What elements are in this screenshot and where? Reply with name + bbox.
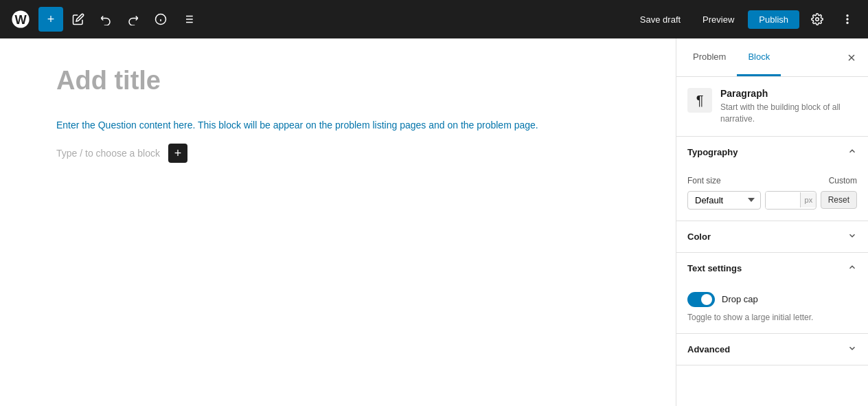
px-input-wrap: px xyxy=(765,191,816,210)
type-hint-text: Type / to choose a block xyxy=(56,148,160,159)
block-name: Paragraph xyxy=(720,88,857,99)
save-draft-button[interactable]: Save draft xyxy=(632,10,689,29)
color-chevron-icon xyxy=(847,231,857,243)
svg-text:W: W xyxy=(14,13,27,27)
font-size-label: Font size xyxy=(687,176,829,185)
more-options-button[interactable] xyxy=(835,7,860,32)
svg-point-13 xyxy=(847,19,848,20)
reset-font-size-button[interactable]: Reset xyxy=(821,191,857,209)
px-unit-label: px xyxy=(800,192,816,207)
toolbar: W + Save draft Preview Publish xyxy=(0,0,868,38)
text-settings-chevron-icon xyxy=(847,262,857,274)
typography-label: Typography xyxy=(687,147,738,157)
typography-section: Typography Font size Custom Default Smal… xyxy=(676,137,868,221)
info-button[interactable] xyxy=(148,7,173,32)
drop-cap-hint: Toggle to show a large initial letter. xyxy=(687,313,857,322)
drop-cap-row: Drop cap xyxy=(687,292,857,307)
editor-content: Add title Enter the Question content her… xyxy=(56,66,619,379)
color-section-header[interactable]: Color xyxy=(676,221,868,252)
list-view-button[interactable] xyxy=(176,7,201,32)
drop-cap-toggle[interactable] xyxy=(687,292,715,307)
toggle-slider xyxy=(687,292,715,307)
editor-paragraph[interactable]: Enter the Question content here. This bl… xyxy=(56,117,619,133)
drop-cap-label: Drop cap xyxy=(722,294,758,304)
add-block-toolbar-button[interactable]: + xyxy=(38,7,63,32)
typography-section-header[interactable]: Typography xyxy=(676,137,868,168)
advanced-label: Advanced xyxy=(687,344,730,354)
sidebar: Problem Block ¶ Paragraph Start with the… xyxy=(676,38,868,406)
svg-point-11 xyxy=(816,18,819,21)
post-title[interactable]: Add title xyxy=(56,66,619,95)
font-size-select[interactable]: Default Small Normal Large Extra Large xyxy=(687,191,761,210)
advanced-chevron-icon xyxy=(847,343,857,355)
custom-label: Custom xyxy=(829,176,857,185)
sidebar-tabs: Problem Block xyxy=(676,38,868,77)
tab-block[interactable]: Block xyxy=(737,38,781,76)
advanced-section: Advanced xyxy=(676,334,868,365)
redo-button[interactable] xyxy=(121,7,146,32)
tab-post[interactable]: Problem xyxy=(682,38,737,76)
main-layout: Add title Enter the Question content her… xyxy=(0,38,868,406)
typography-content: Font size Custom Default Small Normal La… xyxy=(676,168,868,221)
typography-chevron-icon xyxy=(847,146,857,158)
advanced-section-header[interactable]: Advanced xyxy=(676,334,868,365)
text-settings-content: Drop cap Toggle to show a large initial … xyxy=(676,284,868,333)
text-settings-label: Text settings xyxy=(687,263,742,273)
font-size-controls: Default Small Normal Large Extra Large p… xyxy=(687,191,857,210)
color-section: Color xyxy=(676,221,868,253)
block-description: Start with the building block of all nar… xyxy=(720,102,857,125)
sidebar-close-button[interactable] xyxy=(841,47,863,69)
text-settings-header[interactable]: Text settings xyxy=(676,253,868,284)
edit-mode-button[interactable] xyxy=(66,7,91,32)
undo-button[interactable] xyxy=(93,7,118,32)
color-label: Color xyxy=(687,232,711,242)
settings-button[interactable] xyxy=(805,7,830,32)
editor-area: Add title Enter the Question content her… xyxy=(0,38,676,406)
paragraph-icon: ¶ xyxy=(687,88,712,113)
text-settings-section: Text settings Drop cap Toggle to show a … xyxy=(676,253,868,334)
add-block-inline-button[interactable]: + xyxy=(168,144,187,163)
custom-size-input[interactable] xyxy=(766,192,800,209)
svg-point-12 xyxy=(847,15,848,16)
type-hint-row: Type / to choose a block + xyxy=(56,144,619,163)
svg-point-14 xyxy=(847,23,848,24)
publish-button[interactable]: Publish xyxy=(748,10,799,29)
preview-button[interactable]: Preview xyxy=(694,10,742,29)
block-info: ¶ Paragraph Start with the building bloc… xyxy=(676,77,868,137)
wp-logo: W xyxy=(8,7,33,32)
block-info-text: Paragraph Start with the building block … xyxy=(720,88,857,125)
